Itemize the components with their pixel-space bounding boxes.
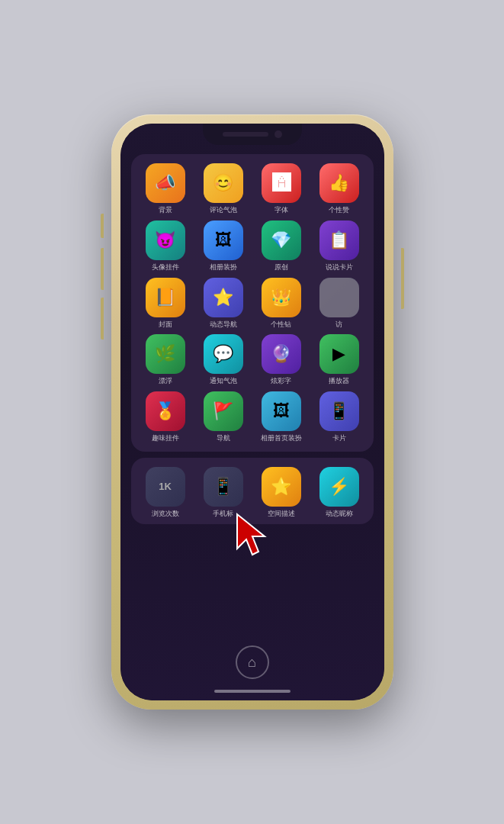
icon-wrap-nav: 🚩: [204, 391, 243, 431]
grid-item-font[interactable]: 🅰字体: [255, 163, 308, 214]
bottom-label-dynamic_title: 动态昵称: [326, 510, 353, 518]
features-grid: 📣背景😊评论气泡🅰字体👍个性赞😈头像挂件🖼相册装扮💎原创📋说说卡片📙封面⭐动态导…: [139, 163, 366, 443]
icon-label-personal_like: 个性赞: [329, 206, 349, 214]
icon-wrap-player: ▶: [319, 334, 359, 374]
icon-label-cover: 封面: [159, 320, 172, 329]
bottom-features-section: 1K浏览次数📱手机标⭐空间描述⚡动态昵称: [131, 458, 374, 524]
icon-wrap-cover: 📙: [146, 278, 185, 317]
grid-item-dynamic_nav[interactable]: ⭐动态导航: [197, 278, 250, 329]
icon-wrap-hobby_pendant: 🏅: [146, 391, 185, 431]
grid-item-float[interactable]: 🌿漂浮: [139, 334, 192, 385]
icon-wrap-album_dress: 🖼: [204, 220, 243, 260]
icon-label-player: 播放器: [329, 377, 349, 385]
front-camera: [274, 130, 282, 138]
overlay-visit: [319, 278, 359, 317]
icon-wrap-comment_bubble: 😊: [204, 163, 243, 203]
home-area: ⌂: [120, 645, 384, 700]
icon-wrap-bg: 📣: [146, 163, 185, 203]
grid-item-talk_card[interactable]: 📋说说卡片: [313, 220, 366, 272]
icon-label-comment_bubble: 评论气泡: [210, 206, 237, 214]
icon-wrap-font: 🅰: [262, 163, 301, 203]
icon-wrap-dynamic_nav: ⭐: [204, 278, 243, 317]
bottom-icon-wrap-space_desc: ⭐: [262, 467, 301, 507]
bottom-icon-wrap-browse_count: 1K: [146, 467, 185, 507]
icon-label-float: 漂浮: [159, 377, 172, 385]
icon-wrap-album_cover: 🖼: [262, 391, 301, 431]
phone-screen: 📣背景😊评论气泡🅰字体👍个性赞😈头像挂件🖼相册装扮💎原创📋说说卡片📙封面⭐动态导…: [120, 124, 384, 700]
home-icon: ⌂: [248, 655, 256, 671]
icon-wrap-talk_card: 📋: [319, 220, 359, 260]
bottom-label-browse_count: 浏览次数: [152, 510, 179, 518]
grid-item-nav[interactable]: 🚩导航: [197, 391, 250, 443]
bottom-item-dynamic_title[interactable]: ⚡动态昵称: [313, 467, 366, 518]
icon-wrap-visit: [319, 278, 359, 317]
home-indicator: [214, 690, 291, 693]
grid-item-visit[interactable]: 访: [313, 278, 366, 329]
main-content: 📣背景😊评论气泡🅰字体👍个性赞😈头像挂件🖼相册装扮💎原创📋说说卡片📙封面⭐动态导…: [120, 124, 384, 642]
icon-label-nav: 导航: [217, 434, 230, 443]
icon-label-album_dress: 相册装扮: [210, 263, 237, 272]
icon-label-font: 字体: [274, 206, 288, 214]
grid-item-colorful_text[interactable]: 🔮炫彩字: [255, 334, 308, 385]
grid-item-notify_bubble[interactable]: 💬通知气泡: [197, 334, 250, 385]
icon-label-bg: 背景: [159, 206, 172, 214]
icon-wrap-card: 📱: [319, 391, 359, 431]
icon-label-talk_card: 说说卡片: [326, 263, 353, 272]
grid-item-bg[interactable]: 📣背景: [139, 163, 192, 214]
icon-label-hobby_pendant: 趣味挂件: [152, 434, 179, 443]
bottom-icon-wrap-dynamic_title: ⚡: [319, 467, 359, 507]
icon-wrap-colorful_text: 🔮: [262, 334, 301, 374]
icon-label-visit: 访: [335, 320, 342, 329]
grid-item-album_cover[interactable]: 🖼相册首页装扮: [255, 391, 308, 443]
grid-item-hobby_pendant[interactable]: 🏅趣味挂件: [139, 391, 192, 443]
icon-label-notify_bubble: 通知气泡: [210, 377, 237, 385]
grid-item-cover[interactable]: 📙封面: [139, 278, 192, 329]
grid-item-original[interactable]: 💎原创: [255, 220, 308, 272]
notch: [203, 124, 302, 145]
bottom-features-grid: 1K浏览次数📱手机标⭐空间描述⚡动态昵称: [139, 467, 366, 518]
bottom-label-space_desc: 空间描述: [268, 510, 295, 518]
icon-wrap-personal_like: 👍: [319, 163, 359, 203]
grid-item-card[interactable]: 📱卡片: [313, 391, 366, 443]
volume-silent-button[interactable]: [101, 214, 104, 238]
volume-up-button[interactable]: [101, 248, 104, 290]
icon-label-card: 卡片: [332, 434, 346, 443]
icon-label-personal_diamond: 个性钻: [271, 320, 291, 329]
bottom-label-phone_mark: 手机标: [213, 510, 233, 518]
icon-label-album_cover: 相册首页装扮: [261, 434, 302, 443]
grid-item-avatar_pendant[interactable]: 😈头像挂件: [139, 220, 192, 272]
bottom-item-phone_mark[interactable]: 📱手机标: [197, 467, 250, 518]
icon-wrap-avatar_pendant: 😈: [146, 220, 185, 260]
icon-wrap-float: 🌿: [146, 334, 185, 374]
grid-item-player[interactable]: ▶播放器: [313, 334, 366, 385]
icon-label-colorful_text: 炫彩字: [271, 377, 291, 385]
icon-label-original: 原创: [274, 263, 288, 272]
grid-item-personal_diamond[interactable]: 👑个性钻: [255, 278, 308, 329]
grid-item-comment_bubble[interactable]: 😊评论气泡: [197, 163, 250, 214]
features-grid-section: 📣背景😊评论气泡🅰字体👍个性赞😈头像挂件🖼相册装扮💎原创📋说说卡片📙封面⭐动态导…: [131, 154, 374, 452]
bottom-item-space_desc[interactable]: ⭐空间描述: [255, 467, 308, 518]
power-button[interactable]: [401, 248, 404, 309]
grid-item-personal_like[interactable]: 👍个性赞: [313, 163, 366, 214]
phone-frame: 📣背景😊评论气泡🅰字体👍个性赞😈头像挂件🖼相册装扮💎原创📋说说卡片📙封面⭐动态导…: [111, 114, 393, 710]
speaker: [223, 132, 268, 137]
icon-label-avatar_pendant: 头像挂件: [152, 263, 179, 272]
icon-wrap-personal_diamond: 👑: [262, 278, 301, 317]
bottom-item-browse_count[interactable]: 1K浏览次数: [139, 467, 192, 518]
bottom-icon-wrap-phone_mark: 📱: [204, 467, 243, 507]
icon-wrap-original: 💎: [262, 220, 301, 260]
grid-item-album_dress[interactable]: 🖼相册装扮: [197, 220, 250, 272]
home-button[interactable]: ⌂: [236, 645, 269, 679]
icon-label-dynamic_nav: 动态导航: [210, 320, 237, 329]
icon-wrap-notify_bubble: 💬: [204, 334, 243, 374]
volume-down-button[interactable]: [101, 298, 104, 340]
